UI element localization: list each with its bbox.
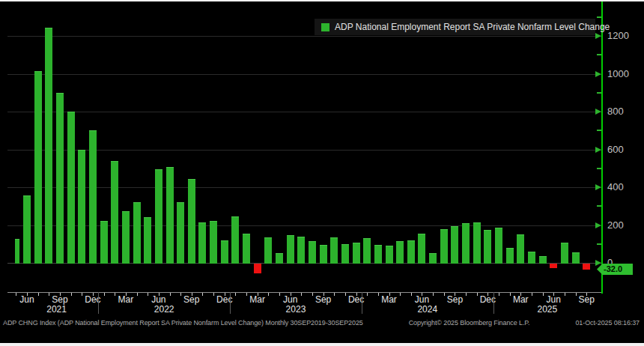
chart-bar bbox=[89, 130, 97, 264]
chart-bar bbox=[363, 238, 371, 264]
chart-bar bbox=[353, 243, 360, 264]
year-separator bbox=[362, 292, 362, 314]
legend-swatch-icon bbox=[321, 23, 329, 31]
chart-bar bbox=[550, 264, 557, 268]
y-tick-label: 600 bbox=[607, 145, 624, 155]
chart-bar bbox=[407, 240, 415, 264]
y-tick-arrow-icon bbox=[595, 109, 601, 115]
legend-label: ADP National Employment Report SA Privat… bbox=[335, 22, 610, 32]
chart-bar bbox=[198, 222, 206, 264]
chart-bar bbox=[583, 264, 590, 270]
x-quarter-label: Mar bbox=[109, 294, 142, 305]
chart-bar bbox=[254, 264, 261, 273]
chart-bar bbox=[166, 167, 174, 264]
y-minor-tick bbox=[597, 205, 601, 207]
year-separator bbox=[98, 292, 99, 314]
x-quarter-label: Dec bbox=[340, 294, 373, 305]
window-top-border bbox=[0, 0, 644, 1]
x-quarter-label: Dec bbox=[208, 294, 241, 305]
chart-bar bbox=[341, 244, 349, 264]
chart-bar bbox=[386, 246, 393, 264]
y-minor-tick bbox=[597, 92, 601, 94]
bloomberg-chart-window: 020040060080010001200JunSepDecMarJunSepD… bbox=[0, 0, 644, 346]
window-bottom-border bbox=[0, 343, 644, 346]
chart-bar bbox=[56, 93, 64, 264]
chart-bar bbox=[320, 245, 327, 264]
x-quarter-label: Mar bbox=[241, 294, 274, 305]
chart-bar bbox=[276, 253, 283, 264]
chart-bar bbox=[264, 237, 272, 264]
chart-bar bbox=[100, 221, 108, 264]
chart-bar bbox=[287, 235, 294, 264]
gridline bbox=[7, 187, 601, 188]
chart-bar bbox=[495, 228, 502, 264]
gridline bbox=[7, 112, 601, 112]
year-separator bbox=[493, 292, 494, 314]
chart-bar bbox=[221, 240, 228, 264]
gridline bbox=[7, 150, 601, 151]
x-quarter-label: Jun bbox=[274, 294, 307, 305]
chart-bar bbox=[133, 202, 141, 264]
y-minor-tick bbox=[597, 16, 601, 18]
y-tick-arrow-icon bbox=[595, 33, 601, 39]
y-tick-label: 200 bbox=[607, 220, 624, 231]
chart-bar bbox=[34, 71, 42, 264]
chart-bar bbox=[78, 150, 85, 264]
y-tick-label: 1000 bbox=[607, 69, 629, 79]
x-quarter-label: Sep bbox=[307, 294, 340, 305]
legend[interactable]: ADP National Employment Report SA Privat… bbox=[315, 19, 595, 35]
gridline bbox=[7, 36, 601, 37]
chart-bar bbox=[418, 234, 425, 264]
chart-bar bbox=[231, 216, 239, 264]
x-quarter-label: Sep bbox=[43, 294, 76, 305]
y-minor-tick bbox=[597, 130, 601, 131]
chart-bar bbox=[67, 112, 75, 264]
chart-bar bbox=[440, 229, 448, 264]
chart-bar bbox=[177, 202, 184, 264]
chart-bar bbox=[561, 243, 568, 264]
chart-bar bbox=[462, 223, 470, 264]
y-tick-arrow-icon bbox=[595, 147, 601, 153]
chart-bar bbox=[528, 252, 535, 264]
chart-bar bbox=[15, 239, 19, 264]
chart-bar bbox=[23, 195, 31, 264]
gridline bbox=[7, 225, 601, 226]
chart-bar bbox=[122, 211, 130, 264]
year-separator bbox=[230, 292, 231, 314]
y-tick-label: 1200 bbox=[607, 31, 629, 41]
chart-bar bbox=[111, 161, 118, 264]
x-quarter-label: Jun bbox=[537, 294, 570, 305]
x-quarter-label: Jun bbox=[142, 294, 175, 305]
x-quarter-label: Mar bbox=[504, 294, 537, 305]
chart-bar bbox=[188, 179, 195, 264]
chart-bar bbox=[572, 252, 580, 264]
chart-bar bbox=[243, 234, 250, 264]
x-quarter-label: Jun bbox=[405, 294, 438, 305]
x-quarter-label: Sep bbox=[175, 294, 208, 305]
x-year-label: 2022 bbox=[142, 304, 186, 315]
x-year-label: 2024 bbox=[405, 304, 450, 315]
x-quarter-label: Dec bbox=[76, 294, 109, 305]
x-quarter-label: Sep bbox=[438, 294, 471, 305]
chart-bar bbox=[330, 237, 338, 264]
chart-bar bbox=[297, 237, 305, 264]
x-quarter-label: Sep bbox=[570, 294, 603, 305]
footer: ADP CHNG Index (ADP National Employment … bbox=[3, 319, 640, 327]
chart-bar bbox=[429, 253, 437, 264]
footer-copyright: Copyright© 2025 Bloomberg Finance L.P. bbox=[409, 319, 530, 327]
x-axis-line bbox=[7, 292, 601, 293]
y-tick-arrow-icon bbox=[595, 184, 601, 190]
y-minor-tick bbox=[597, 168, 601, 169]
y-minor-tick bbox=[597, 243, 601, 245]
chart-bar bbox=[374, 245, 382, 264]
y-minor-tick bbox=[597, 54, 601, 55]
x-quarter-label: Dec bbox=[471, 294, 504, 305]
chart-bar bbox=[484, 230, 491, 264]
chart-bar bbox=[451, 226, 458, 264]
y-tick-arrow-icon bbox=[595, 260, 601, 266]
x-quarter-label: Jun bbox=[10, 294, 43, 305]
chart-bar bbox=[506, 248, 514, 264]
gridline bbox=[7, 74, 601, 75]
chart-bar bbox=[473, 222, 481, 264]
x-quarter-label: Mar bbox=[373, 294, 406, 305]
